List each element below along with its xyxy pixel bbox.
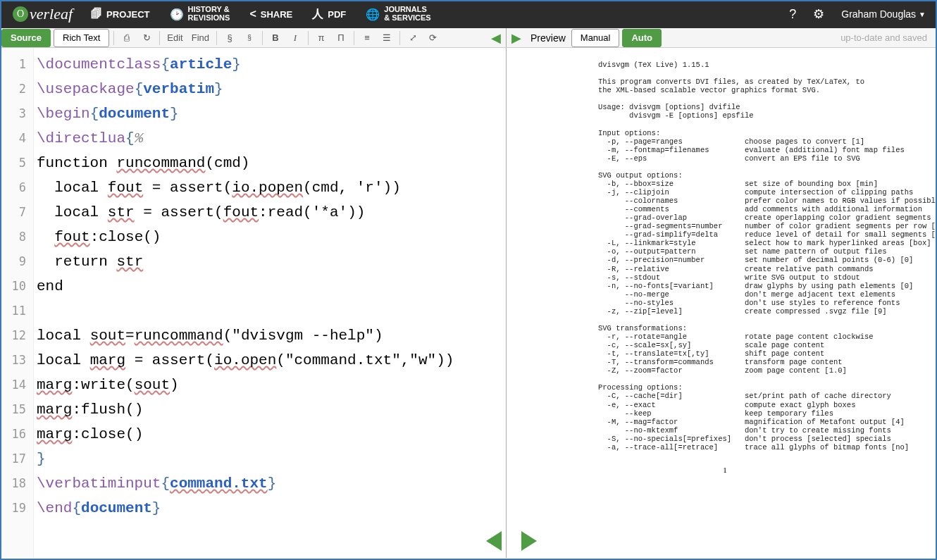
nav-pdf[interactable]: 人 PDF xyxy=(302,0,356,28)
nav-journals[interactable]: 🌐 JOURNALS& SERVICES xyxy=(356,0,440,28)
edit-menu[interactable]: Edit xyxy=(163,29,187,47)
expand-icon[interactable]: ⤢ xyxy=(403,29,423,47)
page-number: 1 xyxy=(598,466,852,474)
compile-status: up-to-date and saved xyxy=(840,32,937,43)
globe-icon: 🌐 xyxy=(366,8,380,21)
right-nav: ? ⚙ Graham Douglas ▼ xyxy=(782,6,933,22)
chevron-down-icon: ▼ xyxy=(919,11,926,18)
user-name: Graham Douglas xyxy=(841,8,916,20)
subsection-btn[interactable]: § xyxy=(240,29,259,47)
tab-source[interactable]: Source xyxy=(1,29,51,47)
history-circle-icon[interactable]: ↻ xyxy=(137,29,156,47)
preview-text: dvisvgm (TeX Live) 1.15.1 This program c… xyxy=(598,61,937,452)
numbered-list-btn[interactable]: ≡ xyxy=(357,29,377,47)
nav-journals-label: JOURNALS& SERVICES xyxy=(384,6,430,22)
gear-icon[interactable]: ⚙ xyxy=(806,6,831,22)
refresh-icon[interactable]: ⟳ xyxy=(423,29,442,47)
nav-share-label: SHARE xyxy=(261,9,293,20)
nav-pdf-label: PDF xyxy=(328,9,346,20)
inline-math-btn[interactable]: π xyxy=(311,29,331,47)
display-math-btn[interactable]: Π xyxy=(331,29,351,47)
collapse-left-icon[interactable] xyxy=(486,531,502,551)
toolbar: Source Rich Text ⎙ ↻ Edit Find § § B I π… xyxy=(0,28,937,48)
jump-left-icon[interactable]: ◀ xyxy=(486,29,506,47)
pane-arrows xyxy=(486,531,537,551)
bullet-list-btn[interactable]: ☰ xyxy=(377,29,397,47)
top-header: Overleaf 🗐 PROJECT 🕑 HISTORY &REVISIONS … xyxy=(0,0,937,28)
user-menu[interactable]: Graham Douglas ▼ xyxy=(834,8,933,20)
history-icon: 🕑 xyxy=(170,8,184,21)
help-icon[interactable]: ? xyxy=(782,7,803,22)
nav-history[interactable]: 🕑 HISTORY &REVISIONS xyxy=(160,0,240,28)
line-gutter: 12345678910111213141516171819 xyxy=(0,48,34,558)
logo-text: verleaf xyxy=(30,5,73,23)
pdf-icon: 人 xyxy=(312,7,323,22)
share-icon: < xyxy=(249,8,256,20)
italic-btn[interactable]: I xyxy=(285,29,305,47)
upload-icon[interactable]: ⎙ xyxy=(117,29,137,47)
bold-btn[interactable]: B xyxy=(266,29,285,47)
code-editor[interactable]: \documentclass{article} \usepackage{verb… xyxy=(34,48,506,558)
project-icon: 🗐 xyxy=(91,8,102,20)
tab-richtext[interactable]: Rich Text xyxy=(54,29,109,47)
nav-project-label: PROJECT xyxy=(106,9,149,20)
editor-pane: 12345678910111213141516171819 \documentc… xyxy=(0,48,507,558)
main-nav: 🗐 PROJECT 🕑 HISTORY &REVISIONS < SHARE 人… xyxy=(81,0,441,28)
logo[interactable]: Overleaf xyxy=(4,5,81,23)
preview-pane[interactable]: dvisvgm (TeX Live) 1.15.1 This program c… xyxy=(507,48,937,558)
collapse-right-icon[interactable] xyxy=(521,531,537,551)
preview-label: Preview xyxy=(526,32,570,44)
jump-right-icon[interactable]: ▶ xyxy=(507,29,526,47)
preview-toolbar: ▶ Preview Manual Auto up-to-date and sav… xyxy=(507,28,937,47)
editor-toolbar: Source Rich Text ⎙ ↻ Edit Find § § B I π… xyxy=(0,28,507,47)
nav-project[interactable]: 🗐 PROJECT xyxy=(81,0,159,28)
nav-share[interactable]: < SHARE xyxy=(240,0,302,28)
section-btn[interactable]: § xyxy=(220,29,240,47)
nav-history-label: HISTORY &REVISIONS xyxy=(188,6,230,22)
overleaf-icon: O xyxy=(13,6,28,22)
main: 12345678910111213141516171819 \documentc… xyxy=(0,48,937,558)
recompile-auto[interactable]: Auto xyxy=(622,29,662,47)
recompile-manual[interactable]: Manual xyxy=(571,29,620,47)
find-menu[interactable]: Find xyxy=(187,29,213,47)
